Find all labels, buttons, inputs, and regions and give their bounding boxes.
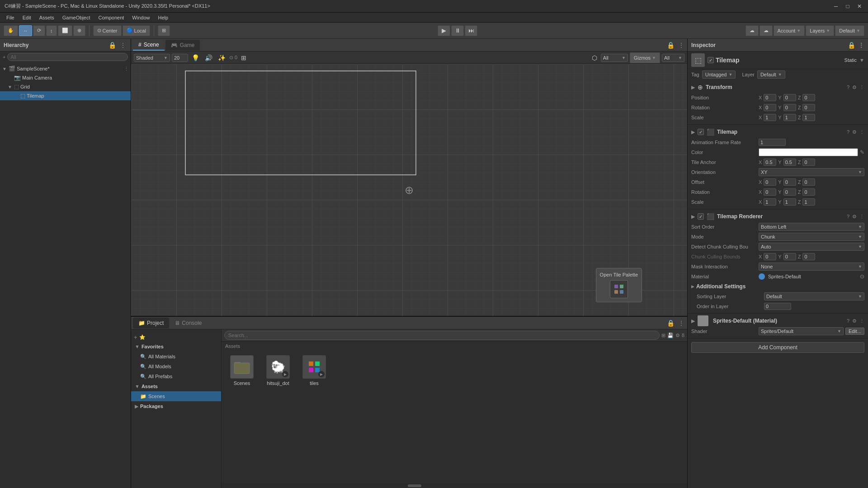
tilemap-scale-x-val[interactable]: 1	[764, 198, 776, 206]
project-add-btn[interactable]: +	[134, 334, 137, 341]
ccb-y-val[interactable]: 0	[783, 253, 796, 260]
pos-y-val[interactable]: 0	[783, 94, 796, 101]
gizmos-button[interactable]: Gizmos ▼	[630, 52, 660, 63]
shading-dropdown[interactable]: Shaded ▼	[134, 54, 170, 62]
tilemap-component-header[interactable]: ▶ ✓ ⬛ Tilemap ? ⚙ ⋮	[688, 127, 868, 137]
menu-gameobject[interactable]: GameObject	[59, 14, 94, 21]
move-tool[interactable]: ↔	[19, 25, 32, 36]
maximize-button[interactable]: □	[844, 2, 852, 10]
transform-header[interactable]: ▶ ⊕ Transform ? ⚙ ⋮	[688, 82, 868, 93]
favorites-section[interactable]: ▼ Favorites	[131, 342, 221, 352]
tilemap-comp-help[interactable]: ?	[847, 129, 849, 135]
hand-tool[interactable]: ✋	[4, 25, 18, 36]
rot-z-val[interactable]: 0	[802, 104, 815, 111]
tilemap-scale-z-val[interactable]: 1	[802, 198, 815, 206]
scale-z-val[interactable]: 1	[802, 114, 815, 121]
packages-section[interactable]: ▶ Packages	[131, 401, 221, 411]
scenes-folder[interactable]: 📁 Scenes	[131, 391, 221, 401]
tile-palette-button[interactable]	[610, 280, 628, 298]
tilemap-off-y-val[interactable]: 0	[783, 178, 796, 186]
scene-tab[interactable]: # Scene	[133, 40, 165, 51]
all-materials-item[interactable]: 🔍 All Materials	[131, 352, 221, 361]
audio-icon[interactable]: 🔊	[203, 53, 214, 62]
scene-lock-btn[interactable]: 🔒	[666, 42, 675, 49]
tilemap-rot-z-val[interactable]: 0	[802, 188, 815, 196]
project-scrollbar-thumb[interactable]	[408, 484, 421, 487]
menu-edit[interactable]: Edit	[19, 14, 35, 21]
detect-chunk-culling-dropdown[interactable]: Auto ▼	[759, 243, 864, 251]
search-settings-icon[interactable]: ⚙	[675, 333, 680, 338]
sprites-default-material-header[interactable]: ▶ Sprites-Default (Material) ? ⚙ ⋮	[688, 315, 868, 326]
tilemap-comp-menu[interactable]: ⋮	[859, 129, 864, 135]
scale-y-val[interactable]: 1	[783, 114, 796, 121]
project-scrollbar[interactable]	[222, 483, 687, 488]
all-models-item[interactable]: 🔍 All Models	[131, 361, 221, 371]
scene-viewport[interactable]: ⊕ Open Tile Palette	[131, 64, 687, 316]
scene-menu-btn[interactable]: ⋮	[677, 42, 685, 49]
close-button[interactable]: ✕	[855, 2, 863, 10]
tilemap-renderer-header[interactable]: ▶ ✓ ⬛ Tilemap Renderer ? ⚙ ⋮	[688, 211, 868, 222]
static-dropdown-arrow[interactable]: ▼	[859, 57, 864, 63]
hierarchy-item-samplescene[interactable]: ▼ 🎬 SampleScene* ⋮	[0, 64, 131, 73]
tilemap-off-x-val[interactable]: 0	[764, 178, 776, 186]
add-component-button[interactable]: Add Component	[691, 342, 864, 353]
scale-x-val[interactable]: 1	[764, 114, 776, 121]
tile-anchor-y-val[interactable]: 0.5	[783, 159, 796, 166]
search-filter-icon[interactable]: ⊞	[661, 333, 665, 338]
sort-order-dropdown[interactable]: Bottom Left ▼	[759, 223, 864, 231]
layer-dropdown[interactable]: Default ▼	[757, 70, 785, 79]
transform-help[interactable]: ?	[847, 84, 849, 90]
color-eyedropper[interactable]: ✎	[860, 149, 864, 155]
order-in-layer-val[interactable]: 0	[764, 303, 791, 310]
tilemap-renderer-gear[interactable]: ⚙	[852, 214, 857, 220]
project-lock-btn[interactable]: 🔒	[666, 319, 675, 327]
effects-icon[interactable]: ✨	[216, 53, 227, 62]
step-button[interactable]: ⏭	[465, 25, 477, 36]
layout-button[interactable]: Default ▼	[835, 25, 864, 36]
menu-help[interactable]: Help	[154, 14, 172, 21]
menu-component[interactable]: Component	[94, 14, 127, 21]
orientation-dropdown[interactable]: XY ▼	[759, 168, 864, 176]
pos-z-val[interactable]: 0	[802, 94, 815, 101]
sorting-layer-dropdown[interactable]: Default ▼	[764, 292, 864, 300]
tilemap-rot-x-val[interactable]: 0	[764, 188, 776, 196]
material-pick-btn[interactable]: ⊙	[860, 273, 864, 280]
grid-snap[interactable]: ⊞	[158, 25, 170, 36]
rot-y-val[interactable]: 0	[783, 104, 796, 111]
assets-section[interactable]: ▼ Assets	[131, 381, 221, 391]
menu-window[interactable]: Window	[128, 14, 153, 21]
asset-scenes[interactable]: Scenes	[226, 355, 258, 386]
light-icon[interactable]: 💡	[190, 53, 201, 62]
tag-dropdown[interactable]: Untagged ▼	[702, 70, 736, 79]
shader-edit-btn[interactable]: Edit...	[845, 328, 864, 335]
tilemap-renderer-checkbox[interactable]: ✓	[698, 213, 704, 220]
services-button[interactable]: ☁	[760, 25, 773, 36]
inspector-lock-icon[interactable]: 🔒	[848, 42, 855, 49]
mask-interaction-dropdown[interactable]: None ▼	[759, 263, 864, 271]
center-button[interactable]: ⊙ Center	[93, 25, 122, 36]
play-button[interactable]: ▶	[438, 25, 450, 36]
project-tab[interactable]: 📁 Project	[133, 318, 169, 328]
layers-button[interactable]: Layers ▼	[806, 25, 834, 36]
transform-gear[interactable]: ⚙	[852, 84, 857, 90]
ccb-x-val[interactable]: 0	[764, 253, 776, 260]
rot-x-val[interactable]: 0	[764, 104, 776, 111]
hierarchy-item-grid[interactable]: ▼ ⬚ Grid	[0, 82, 131, 91]
collab-button[interactable]: ☁	[745, 25, 759, 36]
save-search-icon[interactable]: 💾	[667, 333, 674, 338]
scale-tool[interactable]: ↕	[46, 25, 57, 36]
hierarchy-add-btn[interactable]: +	[3, 54, 5, 60]
project-menu-btn[interactable]: ⋮	[677, 319, 685, 327]
grid-overlay-icon[interactable]: ⊞	[239, 53, 248, 62]
mode-dropdown[interactable]: Chunk ▼	[759, 233, 864, 241]
all-prefabs-item[interactable]: 🔍 All Prefabs	[131, 371, 221, 381]
menu-file[interactable]: File	[3, 14, 18, 21]
asset-hitsuji[interactable]: 🐑 ▶ hitsuji_dot	[262, 355, 294, 386]
hierarchy-lock[interactable]: 🔒	[108, 42, 117, 49]
console-tab[interactable]: 🖥 Console	[169, 318, 207, 328]
tilemap-comp-checkbox[interactable]: ✓	[698, 129, 704, 135]
hierarchy-search-container[interactable]: All	[7, 53, 128, 61]
transform-menu[interactable]: ⋮	[859, 84, 864, 90]
tile-anchor-z-val[interactable]: 0	[802, 159, 815, 166]
material-section-help[interactable]: ?	[847, 318, 849, 324]
